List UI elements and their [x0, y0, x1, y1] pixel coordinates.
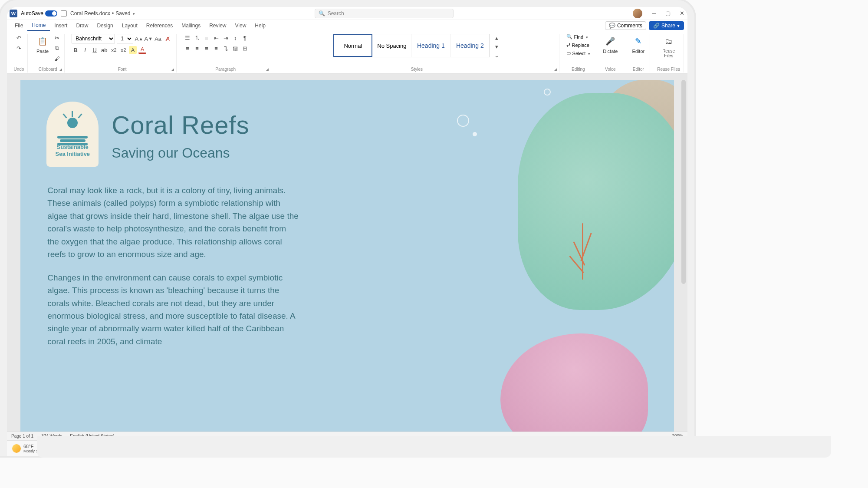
increase-indent-icon[interactable]: ⇥ — [222, 34, 230, 42]
comments-button[interactable]: 💬 Comments — [605, 21, 646, 30]
shading-icon[interactable]: ▨ — [231, 44, 239, 52]
change-case-icon[interactable]: Aa — [154, 35, 162, 43]
font-color-icon[interactable]: A — [138, 46, 146, 54]
menu-review[interactable]: Review — [205, 21, 230, 30]
align-center-icon[interactable]: ≡ — [193, 44, 201, 52]
styles-more-icon[interactable]: ⌄ — [493, 51, 500, 59]
paragraph-2[interactable]: Changes in the environment can cause cor… — [47, 271, 299, 348]
minimize-button[interactable]: ─ — [651, 10, 657, 16]
toggle-switch-icon[interactable] — [45, 10, 57, 16]
styles-gallery[interactable]: Normal No Spacing Heading 1 Heading 2 — [333, 34, 490, 57]
logo-badge: Sustainable Sea Initiative — [46, 102, 99, 167]
editor-group: ✎ Editor Editor — [627, 34, 650, 73]
paragraph-dialog-launcher[interactable]: ◢ — [266, 67, 270, 72]
bold-icon[interactable]: B — [72, 46, 79, 54]
share-button[interactable]: 🔗 Share ▾ — [649, 21, 684, 30]
clipboard-group: 📋 Paste ✂ ⧉ 🖌 Clipboard ◢ — [31, 34, 65, 73]
align-right-icon[interactable]: ≡ — [203, 44, 210, 52]
superscript-icon[interactable]: x2 — [119, 46, 127, 54]
select-icon: ▭ — [566, 50, 571, 56]
numbering-icon[interactable]: ⒈ — [193, 34, 201, 42]
menu-layout[interactable]: Layout — [118, 21, 142, 30]
bullets-icon[interactable]: ☰ — [184, 34, 191, 42]
menu-home[interactable]: Home — [27, 20, 50, 31]
ribbon: ↶ ↷ Undo 📋 Paste ✂ ⧉ 🖌 Clipboard ◢ Bahns… — [7, 31, 687, 74]
show-marks-icon[interactable]: ¶ — [241, 34, 249, 42]
waves-icon — [57, 135, 88, 144]
replace-button[interactable]: ⇄Replace — [566, 42, 589, 48]
undo-group: ↶ ↷ Undo — [10, 34, 28, 73]
save-icon[interactable] — [61, 10, 67, 16]
autosave-toggle[interactable]: AutoSave — [21, 10, 57, 16]
menu-view[interactable]: View — [231, 21, 251, 30]
decrease-indent-icon[interactable]: ⇤ — [212, 34, 220, 42]
find-button[interactable]: 🔍Find — [566, 34, 588, 40]
subscript-icon[interactable]: x2 — [110, 46, 118, 54]
document-canvas[interactable]: Sustainable Sea Initiative Coral Reefs S… — [7, 74, 687, 432]
dictate-button[interactable]: 🎤 Dictate — [601, 34, 619, 56]
document-page[interactable]: Sustainable Sea Initiative Coral Reefs S… — [20, 80, 674, 432]
clipboard-dialog-launcher[interactable]: ◢ — [59, 67, 63, 72]
logo-text-1: Sustainable — [56, 144, 90, 151]
maximize-button[interactable]: ▢ — [665, 10, 671, 16]
align-left-icon[interactable]: ≡ — [184, 44, 191, 52]
search-icon: 🔍 — [319, 10, 325, 16]
format-painter-icon[interactable]: 🖌 — [53, 55, 61, 63]
word-app-icon: W — [10, 10, 17, 17]
menu-design[interactable]: Design — [92, 21, 117, 30]
editor-button[interactable]: ✎ Editor — [630, 34, 646, 56]
underline-icon[interactable]: U — [91, 46, 99, 54]
style-no-spacing[interactable]: No Spacing — [372, 34, 411, 57]
undo-icon[interactable]: ↶ — [15, 34, 23, 42]
multilevel-list-icon[interactable]: ≡ — [203, 34, 210, 42]
select-button[interactable]: ▭Select — [566, 50, 591, 56]
menu-references[interactable]: References — [142, 21, 177, 30]
font-family-select[interactable]: Bahnschrift — [72, 34, 115, 43]
search-input[interactable]: 🔍 Search — [315, 9, 454, 18]
vertical-scrollbar[interactable] — [681, 80, 686, 284]
cut-icon[interactable]: ✂ — [53, 34, 61, 42]
document-heading[interactable]: Coral Reefs — [112, 110, 249, 139]
styles-scroll-up-icon[interactable]: ▴ — [493, 34, 500, 42]
grow-font-icon[interactable]: A▲ — [135, 35, 143, 43]
font-group: Bahnschrift 11 A▲ A▼ Aa A̸ B I U ab x2 x… — [68, 34, 177, 73]
close-button[interactable]: ✕ — [679, 10, 685, 16]
paste-button[interactable]: 📋 Paste — [35, 34, 50, 56]
document-body[interactable]: Coral may look like a rock, but it is a … — [47, 184, 299, 358]
italic-icon[interactable]: I — [81, 46, 89, 54]
line-spacing-icon[interactable]: ⇅ — [222, 44, 230, 52]
user-avatar[interactable] — [633, 9, 642, 18]
document-subtitle[interactable]: Saving our Oceans — [112, 145, 230, 161]
style-heading-2[interactable]: Heading 2 — [450, 34, 490, 57]
reuse-files-button[interactable]: 🗂 Reuse Files — [658, 34, 679, 60]
reuse-files-group: 🗂 Reuse Files Reuse Files — [654, 34, 684, 73]
weather-icon — [12, 444, 21, 453]
share-icon: 🔗 — [653, 23, 660, 29]
redo-icon[interactable]: ↷ — [15, 44, 23, 52]
menu-help[interactable]: Help — [250, 21, 270, 30]
sun-icon — [62, 111, 83, 132]
menu-mailings[interactable]: Mailings — [177, 21, 205, 30]
copy-icon[interactable]: ⧉ — [53, 44, 61, 52]
style-normal[interactable]: Normal — [333, 34, 372, 57]
borders-icon[interactable]: ⊞ — [241, 44, 249, 52]
menu-file[interactable]: File — [10, 21, 27, 30]
styles-scroll-down-icon[interactable]: ▾ — [493, 43, 500, 50]
editing-group: 🔍Find ⇄Replace ▭Select Editing — [563, 34, 595, 73]
document-title[interactable]: Coral Reefs.docx • Saved — [70, 10, 135, 16]
text-highlight-icon[interactable]: A — [129, 46, 137, 54]
font-dialog-launcher[interactable]: ◢ — [171, 67, 175, 72]
justify-icon[interactable]: ≡ — [212, 44, 220, 52]
clear-format-icon[interactable]: A̸ — [164, 35, 171, 43]
sort-icon[interactable]: ↕ — [231, 34, 239, 42]
shrink-font-icon[interactable]: A▼ — [145, 35, 152, 43]
style-heading-1[interactable]: Heading 1 — [411, 34, 450, 57]
font-size-select[interactable]: 11 — [117, 34, 133, 43]
page-indicator[interactable]: Page 1 of 1 — [11, 434, 33, 439]
menu-insert[interactable]: Insert — [50, 21, 72, 30]
reuse-files-icon: 🗂 — [663, 36, 674, 47]
styles-dialog-launcher[interactable]: ◢ — [554, 67, 558, 72]
paragraph-1[interactable]: Coral may look like a rock, but it is a … — [47, 184, 299, 261]
menu-draw[interactable]: Draw — [72, 21, 92, 30]
strikethrough-icon[interactable]: ab — [100, 46, 108, 54]
